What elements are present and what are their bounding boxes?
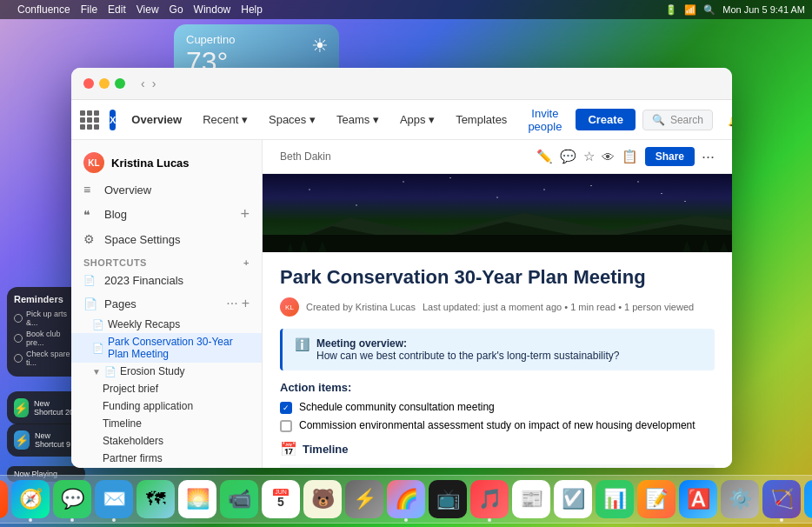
sidebar-item-settings[interactable]: ⚙ Space Settings: [71, 228, 262, 250]
dock-maps[interactable]: 🗺: [136, 480, 175, 518]
stakeholders-label: Stakeholders: [103, 435, 163, 447]
dock-appletv[interactable]: 📺: [429, 480, 467, 518]
page-title: Park Conservation 30-Year Plan Meeting: [280, 266, 715, 289]
dock-messages[interactable]: 💬: [53, 480, 91, 518]
dock-photos[interactable]: 🌅: [178, 480, 216, 518]
menubar-search-icon[interactable]: 🔍: [703, 4, 715, 16]
menubar-view[interactable]: View: [136, 3, 159, 16]
dock-safari[interactable]: 🧭: [11, 480, 50, 518]
dock-facetime[interactable]: 📹: [220, 480, 258, 518]
hero-trees: [263, 235, 732, 252]
blog-label: Blog: [104, 208, 127, 221]
notifications-button[interactable]: 🔔: [723, 108, 732, 132]
tree-erosion-study[interactable]: ▼ 📄 Erosion Study: [71, 363, 262, 380]
close-button[interactable]: [83, 78, 94, 89]
col-status: Status: [442, 464, 536, 468]
tree-timeline[interactable]: Timeline: [71, 415, 262, 432]
sidebar-item-overview[interactable]: ≡ Overview: [71, 178, 262, 201]
nav-recent[interactable]: Recent ▾: [196, 110, 255, 130]
dock-shortcuts[interactable]: ⚡: [345, 480, 383, 518]
sidebar-shortcut-financials[interactable]: 📄 2023 Financials: [71, 270, 262, 291]
conf-main: KL Kristina Lucas ≡ Overview ❝ Blog + ⚙ …: [71, 140, 732, 468]
back-button[interactable]: ‹: [139, 77, 147, 90]
dock-settings[interactable]: ⚙️: [721, 480, 759, 518]
dock-numbers[interactable]: 📊: [596, 480, 634, 518]
pages-add-button[interactable]: +: [242, 296, 250, 311]
menubar-app-name: Confluence: [17, 3, 70, 16]
watch-button[interactable]: 👁: [602, 150, 615, 164]
dock-bear[interactable]: 🐻: [303, 480, 342, 518]
menubar-wifi-icon: 📶: [684, 4, 696, 16]
menubar-help[interactable]: Help: [241, 3, 263, 16]
dock-news[interactable]: 📰: [512, 480, 550, 518]
nav-templates[interactable]: Templates: [449, 110, 514, 130]
shortcut-icon-1: ⚡: [14, 398, 29, 417]
star-button[interactable]: ☆: [583, 149, 595, 164]
pages-icon: 📄: [83, 297, 97, 310]
menubar-go[interactable]: Go: [170, 3, 183, 16]
overview-label: Overview: [104, 183, 151, 197]
weather-sun-icon: ☀: [311, 35, 329, 57]
reminder-item-3[interactable]: Check spare ti...: [14, 350, 78, 367]
fullscreen-button[interactable]: [115, 78, 125, 89]
forward-button[interactable]: ›: [150, 77, 158, 90]
col-due-date: Due Date: [355, 464, 441, 468]
dock-appstore[interactable]: 🅰️: [679, 480, 717, 518]
reminder-circle-icon: [14, 354, 23, 363]
page-created-by: Created by Kristina Lucas: [306, 302, 416, 312]
weekly-recaps-label: Weekly Recaps: [108, 318, 180, 330]
reminder-item-1[interactable]: Pick up arts &...: [14, 310, 78, 327]
tree-weekly-recaps[interactable]: 📄 Weekly Recaps: [71, 316, 262, 333]
breadcrumb: Beth Dakin: [280, 150, 331, 163]
sidebar-item-blog[interactable]: ❝ Blog +: [71, 201, 262, 228]
menubar-left: Confluence File Edit View Go Window Help: [7, 3, 263, 16]
dock-music[interactable]: 🎵: [470, 480, 509, 518]
table-header-row: Species Due Date Status Owner Current St…: [280, 464, 715, 468]
action-item-1: ✓ Schedule community consultation meetin…: [280, 401, 715, 414]
tree-funding-app[interactable]: Funding application: [71, 397, 262, 415]
share-button[interactable]: Share: [645, 147, 695, 166]
shortcuts-add-button[interactable]: +: [243, 257, 250, 268]
tree-park-conservation[interactable]: 📄 Park Conservation 30-Year Plan Meeting: [71, 333, 262, 363]
menubar-time: Mon Jun 5 9:41 AM: [722, 4, 805, 15]
shortcuts-section: SHORTCUTS +: [71, 250, 262, 270]
nav-home[interactable]: Overview: [124, 110, 189, 130]
tree-agendas[interactable]: ▼ 📄 1:1 Agendas: [71, 467, 262, 468]
reminder-item-2[interactable]: Book club pre...: [14, 330, 78, 347]
dock-pages[interactable]: 📝: [637, 480, 676, 518]
action-text-1: Schedule community consultation meeting: [299, 401, 495, 413]
park-conservation-doc-icon: 📄: [92, 343, 104, 354]
pages-more-button[interactable]: ···: [226, 296, 237, 311]
blog-add-icon[interactable]: +: [240, 205, 250, 223]
dock-launchpad[interactable]: 🚀: [0, 480, 8, 518]
apps-grid-icon[interactable]: [80, 110, 99, 130]
tree-partner-firms[interactable]: Partner firms: [71, 450, 262, 467]
comment-button[interactable]: 💬: [560, 149, 576, 164]
action-checkbox-1[interactable]: ✓: [280, 402, 292, 414]
dock-arc2[interactable]: 🏹: [762, 480, 801, 518]
reminder-circle-icon: [14, 334, 23, 343]
search-box[interactable]: 🔍 Search: [642, 110, 713, 130]
confluence-logo[interactable]: X: [110, 110, 116, 130]
dock-calendar[interactable]: JUN 5: [262, 480, 300, 518]
dock-mail[interactable]: ✉️: [95, 480, 133, 518]
invite-people-button[interactable]: Invite people: [521, 103, 569, 137]
dock-arc[interactable]: 🌈: [387, 480, 425, 518]
more-actions-button[interactable]: ···: [702, 148, 715, 166]
minimize-button[interactable]: [99, 78, 110, 89]
nav-apps[interactable]: Apps ▾: [393, 110, 442, 130]
menubar-window[interactable]: Window: [194, 3, 231, 16]
menubar-edit[interactable]: Edit: [108, 3, 126, 16]
export-button[interactable]: 📋: [622, 149, 638, 164]
action-checkbox-2[interactable]: [280, 420, 292, 432]
window-chrome: ‹ ›: [71, 68, 732, 100]
nav-spaces[interactable]: Spaces ▾: [262, 110, 323, 130]
dock-todo[interactable]: ☑️: [554, 480, 592, 518]
tree-stakeholders[interactable]: Stakeholders: [71, 432, 262, 450]
dock-mail2[interactable]: 📧: [804, 480, 812, 518]
tree-project-brief[interactable]: Project brief: [71, 380, 262, 397]
menubar-file[interactable]: File: [81, 3, 97, 16]
nav-teams[interactable]: Teams ▾: [329, 110, 386, 130]
edit-button[interactable]: ✏️: [536, 149, 553, 164]
create-button[interactable]: Create: [576, 109, 635, 130]
